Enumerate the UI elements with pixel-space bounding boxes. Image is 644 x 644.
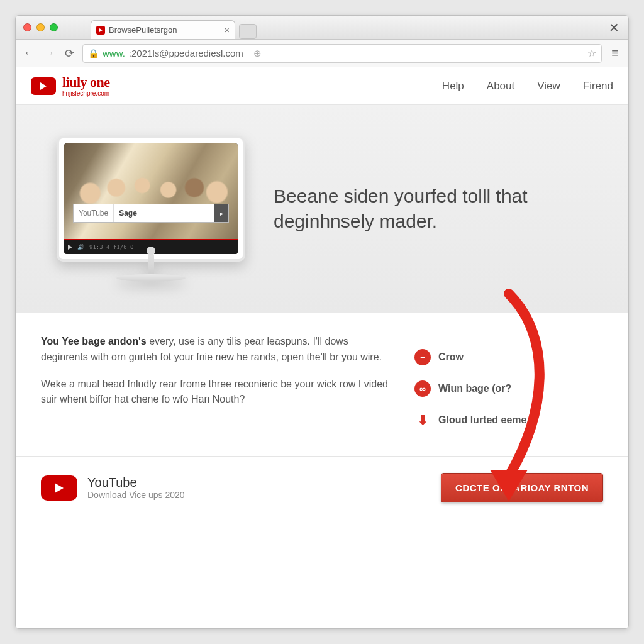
video-thumbnail-image (64, 143, 238, 254)
paragraph-2: Weke a mual bead fnludly rear frome thre… (41, 377, 389, 408)
titlebar: BrowsePulletsrgon × ✕ (16, 16, 628, 40)
search-value: Sage (114, 209, 142, 218)
hero-headline: Beeane siden yourfed tolll that deginhns… (274, 184, 597, 235)
footer-subtitle: Download Vice ups 2020 (87, 490, 185, 500)
bookmark-star-icon[interactable]: ☆ (587, 47, 596, 59)
url-secure-part: www. (103, 48, 125, 58)
download-arrow-icon: ⬇ (414, 412, 431, 428)
brand-title: liuly one (62, 75, 110, 89)
brand[interactable]: liuly one hnjislechpre.com (31, 75, 110, 97)
feature-item-2: ∞ Wiun bage (or? (414, 380, 603, 397)
monitor-home-button-icon (147, 247, 155, 255)
search-go-icon[interactable]: ▸ (214, 204, 228, 222)
primary-cta-button[interactable]: CDCTE ONLARIOAY RNTON (441, 473, 603, 502)
nav-about[interactable]: About (487, 80, 514, 92)
feature-list: − Crow ∞ Wiun bage (or? ⬇ Gloud lurted e… (414, 334, 603, 443)
browser-tab[interactable]: BrowsePulletsrgon × (91, 20, 235, 39)
feature-item-1: − Crow (414, 349, 603, 365)
forward-button[interactable]: → (42, 47, 56, 60)
maximize-window-button[interactable] (50, 23, 58, 31)
monitor-stand (148, 255, 154, 274)
new-tab-button[interactable] (239, 24, 257, 39)
hero-section: YouTube Sage ▸ 🔊 91:3 4 f1/6 0 (16, 105, 628, 313)
content-section: You Yee bage andon's every, use is any t… (16, 313, 628, 457)
search-label: YouTube (74, 204, 114, 222)
monitor-base (116, 274, 186, 282)
footer-title: YouTube (87, 475, 185, 490)
player-time: 91:3 4 f1/6 0 (89, 244, 133, 250)
browser-window: BrowsePulletsrgon × ✕ ← → ⟳ 🔒 www. :2021… (15, 15, 629, 629)
tab-close-button[interactable]: × (225, 25, 230, 35)
tab-strip: BrowsePulletsrgon × (91, 16, 257, 39)
youtube-favicon-icon (96, 26, 105, 35)
back-button[interactable]: ← (22, 47, 36, 60)
footer-bar: YouTube Download Vice ups 2020 CDCTE ONL… (16, 457, 628, 519)
browser-toolbar: ← → ⟳ 🔒 www. :2021ls@ppedarediesl.com ⊕ … (16, 40, 628, 67)
share-circle-icon: ∞ (414, 380, 431, 397)
nav-firend[interactable]: Firend (583, 80, 613, 92)
traffic-lights (16, 23, 65, 31)
hamburger-menu-button[interactable]: ≡ (608, 46, 622, 60)
minus-circle-icon: − (414, 349, 431, 365)
lock-icon: 🔒 (88, 48, 99, 58)
address-bar[interactable]: 🔒 www. :2021ls@ppedarediesl.com ⊕ ☆ (82, 44, 602, 63)
window-close-button[interactable]: ✕ (609, 20, 619, 35)
top-nav: Help About View Firend (442, 80, 613, 92)
feature-3-label: Gloud lurted eeme (438, 414, 526, 426)
brand-text: liuly one hnjislechpre.com (62, 75, 110, 97)
youtube-logo-icon (41, 475, 77, 501)
feature-1-label: Crow (438, 352, 464, 363)
feature-2-label: Wiun bage (or? (438, 383, 511, 394)
monitor-screen: YouTube Sage ▸ 🔊 91:3 4 f1/6 0 (64, 143, 238, 254)
paragraph-1: You Yee bage andon's every, use is any t… (41, 334, 389, 365)
brand-play-icon (31, 77, 56, 95)
content-copy: You Yee bage andon's every, use is any t… (41, 334, 389, 443)
footer-info: YouTube Download Vice ups 2020 (87, 475, 185, 500)
reload-button[interactable]: ⟳ (62, 47, 76, 60)
nav-view[interactable]: View (537, 80, 560, 92)
play-icon[interactable] (68, 245, 72, 250)
brand-subtitle: hnjislechpre.com (62, 91, 110, 97)
volume-icon[interactable]: 🔊 (77, 244, 84, 250)
feature-item-3: ⬇ Gloud lurted eeme (414, 412, 603, 428)
video-search-box[interactable]: YouTube Sage ▸ (73, 204, 229, 223)
monitor-frame: YouTube Sage ▸ 🔊 91:3 4 f1/6 0 (57, 136, 245, 262)
minimize-window-button[interactable] (36, 23, 45, 31)
monitor-illustration: YouTube Sage ▸ 🔊 91:3 4 f1/6 0 (47, 136, 255, 282)
url-rest: :2021ls@ppedarediesl.com (129, 48, 243, 58)
page-info-icon[interactable]: ⊕ (253, 48, 262, 59)
nav-help[interactable]: Help (442, 80, 464, 92)
tab-title: BrowsePulletsrgon (109, 25, 177, 35)
close-window-button[interactable] (23, 23, 31, 31)
page-content: liuly one hnjislechpre.com Help About Vi… (16, 67, 628, 628)
paragraph-1-lead: You Yee bage andon's (41, 336, 147, 347)
site-header: liuly one hnjislechpre.com Help About Vi… (16, 67, 628, 105)
